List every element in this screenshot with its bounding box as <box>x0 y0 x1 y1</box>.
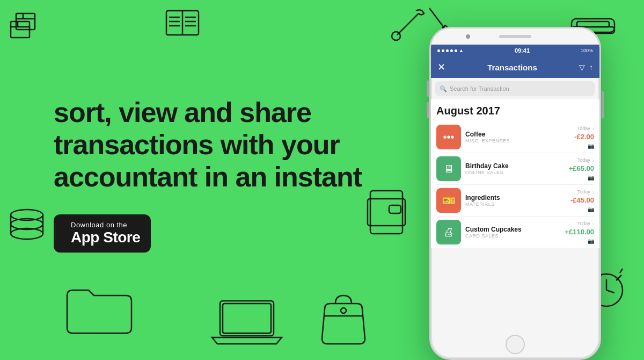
doodle-database <box>5 204 48 249</box>
doodle-laptop <box>209 296 284 351</box>
tx-date-cake: Today <box>577 157 590 163</box>
tx-info-cupcakes: Custom Cupcakes CARD SALES <box>465 226 560 239</box>
tx-chevron-ingredients: › <box>592 189 594 195</box>
tx-right-coffee: Today › -£2.00 📷 <box>574 126 594 149</box>
tx-amount-cupcakes: +£110.00 <box>565 228 594 236</box>
tx-camera-coffee: 📷 <box>588 143 594 149</box>
svg-rect-6 <box>166 11 199 35</box>
tx-category-ingredients: MATERIALS <box>465 201 566 207</box>
svg-rect-19 <box>577 21 609 27</box>
search-icon: 🔍 <box>440 85 447 92</box>
app-navbar: ✕ Transactions ▽ ↑ <box>431 56 599 78</box>
signal-dots: ▲ <box>437 48 464 53</box>
doodle-purse <box>317 290 370 351</box>
signal-dot-5 <box>455 49 457 52</box>
tx-info-coffee: Coffee MISC. EXPENSES <box>465 131 570 143</box>
nav-close-button[interactable]: ✕ <box>437 61 445 73</box>
transaction-item[interactable]: ••• Coffee MISC. EXPENSES Today › -£2.00… <box>436 121 594 153</box>
tx-name-cupcakes: Custom Cupcakes <box>465 226 560 233</box>
doodle-boxes <box>8 11 51 51</box>
doodle-folder <box>64 279 134 341</box>
svg-rect-26 <box>223 304 271 333</box>
transaction-item[interactable]: 🖨 Custom Cupcakes CARD SALES Today › +£1… <box>436 217 594 248</box>
tx-category-cake: ONLINE SALES <box>465 170 565 175</box>
tx-icon-printer: 🖨 <box>443 226 454 239</box>
doodle-book <box>161 5 204 45</box>
svg-line-34 <box>606 290 614 293</box>
tx-camera-cake: 📷 <box>588 175 594 181</box>
svg-rect-0 <box>11 21 30 38</box>
svg-line-36 <box>616 275 621 280</box>
tx-name-cake: Birthday Cake <box>465 162 565 170</box>
tx-name-coffee: Coffee <box>465 131 570 138</box>
tx-right-cupcakes: Today › +£110.00 📷 <box>565 221 594 244</box>
phone-vol-up-button <box>427 81 429 97</box>
tx-date-cupcakes: Today <box>577 221 590 226</box>
svg-point-23 <box>11 228 43 239</box>
transaction-item[interactable]: 🖥 Birthday Cake ONLINE SALES Today › +£6… <box>436 153 594 185</box>
download-on-text: Download on the <box>71 221 127 229</box>
left-content-area: sort, view and share transactions with y… <box>54 97 365 253</box>
filter-icon[interactable]: ▽ <box>579 63 585 71</box>
search-placeholder: Search for Transaction <box>450 85 509 92</box>
search-bar[interactable]: 🔍 Search for Transaction <box>435 81 595 96</box>
tx-icon-ingredients: 🎫 <box>436 188 461 213</box>
headline: sort, view and share transactions with y… <box>54 97 365 193</box>
tx-category-coffee: MISC. EXPENSES <box>465 138 570 143</box>
tx-amount-coffee: -£2.00 <box>574 133 594 141</box>
tx-amount-ingredients: -£45.00 <box>570 196 594 204</box>
tx-date-ingredients: Today <box>577 189 590 195</box>
tx-right-cake: Today › +£65.00 📷 <box>569 157 594 181</box>
nav-action-icons: ▽ ↑ <box>579 63 593 71</box>
svg-point-14 <box>392 32 400 40</box>
wifi-icon: ▲ <box>459 48 464 53</box>
month-header: August 2017 <box>436 105 594 117</box>
app-content: August 2017 ••• Coffee MISC. EXPENSES To… <box>431 99 599 248</box>
svg-line-38 <box>620 269 623 273</box>
battery-indicator: 100% <box>581 48 593 53</box>
tx-icon-coffee: ••• <box>436 125 461 149</box>
svg-rect-3 <box>16 13 35 30</box>
svg-point-24 <box>11 219 43 229</box>
signal-dot-4 <box>450 49 453 52</box>
app-store-button[interactable]: Download on the App Store <box>54 214 151 253</box>
tx-icon-cupcakes: 🖨 <box>436 220 461 244</box>
tx-icon-cake: 🖥 <box>436 156 461 181</box>
signal-dot-1 <box>437 49 440 52</box>
tx-right-ingredients: Today › -£45.00 📷 <box>570 189 594 212</box>
phone-camera <box>466 34 470 39</box>
phone-speaker <box>499 35 531 38</box>
tx-icon-dots: ••• <box>443 131 454 143</box>
tx-chevron-coffee: › <box>592 126 594 132</box>
nav-title: Transactions <box>487 63 537 72</box>
svg-point-20 <box>11 210 43 220</box>
tx-category-cupcakes: CARD SALES <box>465 233 560 239</box>
status-bar: ▲ 09:41 100% <box>431 45 599 56</box>
tx-amount-cake: +£65.00 <box>569 164 594 172</box>
svg-point-28 <box>341 308 346 313</box>
tx-icon-monitor: 🖥 <box>443 163 454 175</box>
phone-vol-down-button <box>427 102 429 118</box>
tx-info-ingredients: Ingredients MATERIALS <box>465 194 566 207</box>
tx-icon-ticket: 🎫 <box>442 194 456 207</box>
svg-rect-31 <box>389 205 401 213</box>
phone-notch <box>431 28 599 45</box>
svg-rect-25 <box>220 301 274 336</box>
tx-chevron-cupcakes: › <box>592 221 594 227</box>
signal-dot-3 <box>446 49 449 52</box>
share-icon[interactable]: ↑ <box>589 63 593 71</box>
transaction-item[interactable]: 🎫 Ingredients MATERIALS Today › -£45.00 … <box>436 185 594 217</box>
phone-home-button[interactable] <box>506 335 525 354</box>
app-store-label: App Store <box>71 229 140 246</box>
signal-dot-2 <box>442 49 444 52</box>
tx-camera-cupcakes: 📷 <box>588 238 594 244</box>
svg-line-15 <box>429 8 445 30</box>
phone-mockup: ▲ 09:41 100% ✕ Transactions ▽ ↑ 🔍 Search… <box>429 27 601 360</box>
tx-info-cake: Birthday Cake ONLINE SALES <box>465 162 565 175</box>
app-store-text: Download on the App Store <box>71 221 140 246</box>
phone-power-button <box>602 91 604 118</box>
tx-date-coffee: Today <box>577 126 590 131</box>
svg-rect-29 <box>370 191 402 234</box>
tx-name-ingredients: Ingredients <box>465 194 566 201</box>
tx-chevron-cake: › <box>592 157 594 163</box>
